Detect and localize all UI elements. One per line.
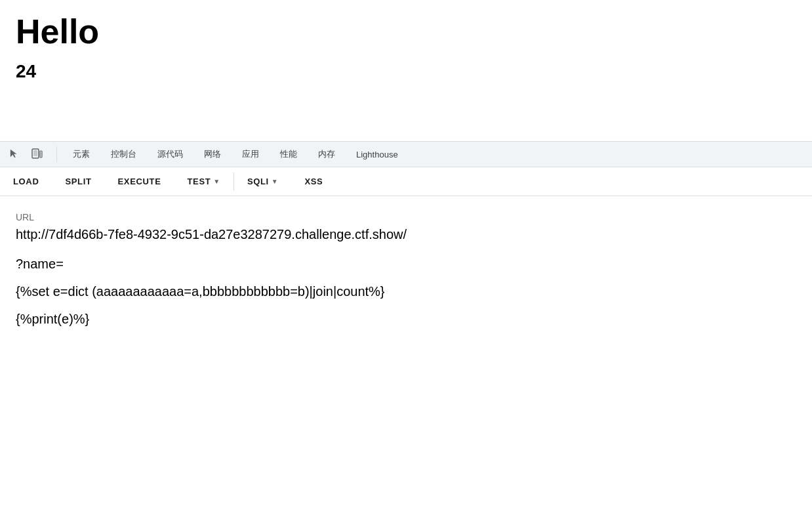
code-line-2: {%print(e)%} [16, 309, 796, 329]
sqli-label: SQLI [247, 177, 269, 186]
tab-memory[interactable]: 内存 [308, 141, 346, 167]
cursor-icon[interactable] [5, 145, 24, 163]
xss-label: XSS [304, 177, 323, 186]
tab-lighthouse[interactable]: Lighthouse [346, 141, 409, 167]
devtools-nav: 元素 控制台 源代码 网络 应用 性能 内存 Lighthouse [62, 141, 807, 167]
toolbar-divider [56, 146, 57, 162]
split-label: SPLIT [65, 177, 91, 186]
page-content: Hello 24 [0, 0, 812, 102]
device-icon[interactable] [28, 145, 46, 163]
url-label: URL [16, 212, 796, 222]
query-param: ?name= [16, 254, 796, 274]
svg-rect-1 [33, 150, 37, 156]
tab-console[interactable]: 控制台 [100, 141, 147, 167]
test-button[interactable]: TEST ▼ [174, 167, 233, 196]
url-section: URL http://7df4d66b-7fe8-4932-9c51-da27e… [0, 196, 812, 352]
load-button[interactable]: LOAD [0, 167, 52, 196]
test-dropdown-arrow: ▼ [213, 178, 220, 185]
page-heading: Hello [16, 13, 796, 51]
xss-button[interactable]: XSS [291, 167, 336, 196]
sqli-dropdown-arrow: ▼ [272, 178, 279, 185]
test-label: TEST [187, 177, 211, 186]
url-value: http://7df4d66b-7fe8-4932-9c51-da27e3287… [16, 225, 796, 243]
devtools-toolbar: 元素 控制台 源代码 网络 应用 性能 内存 Lighthouse [0, 141, 812, 167]
svg-rect-3 [41, 152, 41, 156]
tab-application[interactable]: 应用 [232, 141, 270, 167]
number-display: 24 [16, 61, 796, 82]
tab-sources[interactable]: 源代码 [147, 141, 193, 167]
execute-label: EXECUTE [118, 177, 161, 186]
tab-performance[interactable]: 性能 [270, 141, 308, 167]
split-button[interactable]: SPLIT [52, 167, 104, 196]
execute-button[interactable]: EXECUTE [105, 167, 174, 196]
tab-network[interactable]: 网络 [193, 141, 232, 167]
sqli-button[interactable]: SQLI ▼ [234, 167, 292, 196]
load-label: LOAD [13, 177, 39, 186]
code-line-1: {%set e=dict (aaaaaaaaaaaa=a,bbbbbbbbbbb… [16, 282, 796, 301]
action-toolbar: LOAD SPLIT EXECUTE TEST ▼ SQLI ▼ XSS [0, 167, 812, 196]
tab-elements[interactable]: 元素 [62, 141, 100, 167]
devtools-icon-group [5, 145, 46, 163]
